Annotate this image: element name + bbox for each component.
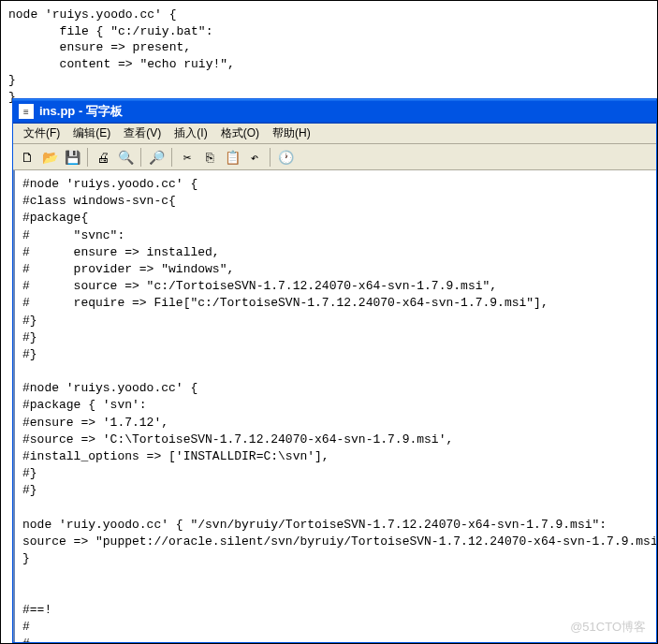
cut-icon[interactable]: ✂ — [177, 147, 197, 168]
menu-view[interactable]: 查看(V) — [117, 124, 168, 143]
separator — [140, 148, 141, 167]
menu-insert[interactable]: 插入(I) — [168, 124, 213, 143]
save-icon[interactable]: 💾 — [62, 147, 82, 168]
undo-icon[interactable]: ↶ — [244, 147, 265, 168]
print-icon[interactable]: 🖨 — [93, 147, 113, 168]
background-code: node 'ruiys.yoodo.cc' { file { "c:/ruiy.… — [1, 1, 657, 110]
menu-edit[interactable]: 编辑(E) — [66, 124, 117, 143]
datetime-icon[interactable]: 🕐 — [275, 147, 296, 168]
menu-file[interactable]: 文件(F) — [17, 124, 66, 143]
app-icon: ≡ — [19, 104, 34, 119]
separator — [87, 148, 88, 167]
separator — [171, 148, 172, 167]
titlebar[interactable]: ≡ ins.pp - 写字板 — [13, 99, 656, 124]
watermark: @51CTO博客 — [570, 619, 646, 636]
toolbar: 🗋 📂 💾 🖨 🔍 🔎 ✂ ⎘ 📋 ↶ 🕐 — [13, 144, 656, 170]
open-icon[interactable]: 📂 — [39, 147, 60, 168]
new-icon[interactable]: 🗋 — [17, 147, 37, 168]
menu-help[interactable]: 帮助(H) — [266, 124, 317, 143]
wordpad-window: ≡ ins.pp - 写字板 文件(F) 编辑(E) 查看(V) 插入(I) 格… — [12, 98, 657, 643]
copy-icon[interactable]: ⎘ — [199, 147, 220, 168]
window-title: ins.pp - 写字板 — [39, 103, 123, 120]
find-icon[interactable]: 🔎 — [146, 147, 167, 168]
menu-format[interactable]: 格式(O) — [214, 124, 266, 143]
separator — [270, 148, 271, 167]
menubar: 文件(F) 编辑(E) 查看(V) 插入(I) 格式(O) 帮助(H) — [13, 124, 656, 144]
preview-icon[interactable]: 🔍 — [115, 147, 136, 168]
editor-content[interactable]: #node 'ruiys.yoodo.cc' { #class windows-… — [13, 170, 656, 642]
paste-icon[interactable]: 📋 — [222, 147, 242, 168]
